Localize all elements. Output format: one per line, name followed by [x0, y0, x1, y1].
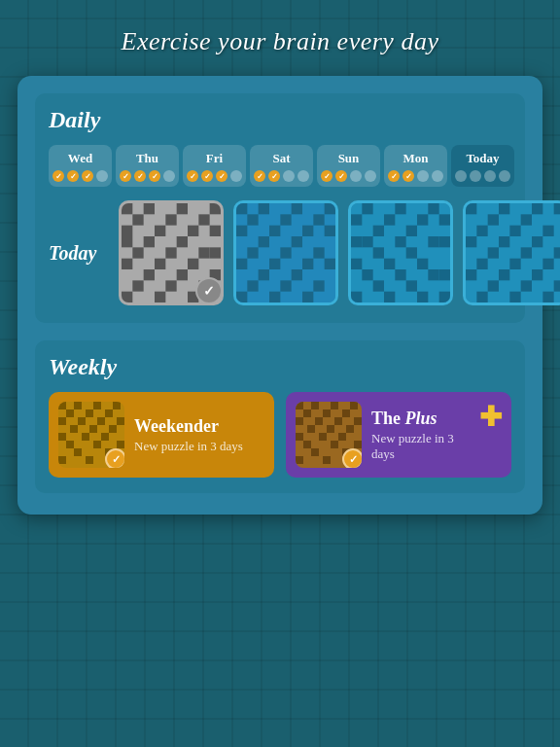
svg-rect-106: [476, 259, 487, 269]
svg-rect-38: [313, 214, 324, 225]
svg-rect-104: [521, 247, 532, 258]
completed-badge: ✓: [195, 277, 223, 304]
svg-rect-149: [303, 409, 311, 417]
dot: [201, 170, 213, 182]
svg-rect-168: [323, 456, 331, 464]
svg-rect-122: [113, 402, 121, 409]
day-tab-sat[interactable]: Sat: [250, 145, 313, 187]
svg-rect-90: [466, 203, 560, 302]
svg-rect-158: [346, 425, 354, 433]
day-tab-wed[interactable]: Wed: [49, 145, 112, 187]
svg-rect-23: [177, 269, 188, 280]
plus-info: The Plus New puzzle in 3 days: [371, 409, 470, 462]
day-label-sun: Sun: [321, 151, 376, 166]
svg-rect-150: [323, 409, 331, 417]
svg-rect-111: [532, 269, 542, 280]
weekender-info: Weekender New puzzle in 3 days: [134, 416, 264, 454]
svg-rect-108: [542, 259, 553, 269]
dot: [254, 170, 265, 182]
weekly-title: Weekly: [49, 354, 511, 380]
svg-rect-94: [554, 203, 560, 214]
svg-rect-119: [58, 402, 66, 409]
svg-rect-28: [122, 292, 132, 302]
svg-rect-48: [236, 259, 247, 269]
svg-rect-76: [406, 247, 417, 258]
day-tab-thu[interactable]: Thu: [116, 145, 179, 187]
svg-rect-4: [210, 203, 221, 214]
svg-rect-53: [292, 269, 302, 280]
plus-icon: ✚: [479, 402, 502, 431]
svg-rect-165: [311, 448, 319, 456]
svg-rect-25: [132, 280, 143, 291]
svg-rect-70: [351, 236, 362, 247]
weekender-item[interactable]: ✓ Weekender New puzzle in 3 days: [49, 392, 274, 478]
svg-rect-95: [488, 214, 499, 225]
svg-rect-75: [373, 247, 384, 258]
svg-rect-84: [373, 280, 384, 291]
svg-rect-82: [428, 269, 438, 280]
svg-rect-138: [117, 441, 124, 448]
svg-rect-92: [499, 203, 509, 214]
svg-rect-164: [354, 441, 362, 448]
svg-rect-137: [93, 441, 101, 448]
svg-rect-54: [247, 280, 258, 291]
svg-rect-35: [325, 203, 335, 214]
dot: [335, 170, 347, 182]
svg-rect-112: [488, 280, 499, 291]
dot: [82, 170, 93, 182]
svg-rect-100: [466, 236, 476, 247]
day-tab-mon[interactable]: Mon: [384, 145, 447, 187]
puzzle-future-3[interactable]: [463, 200, 560, 305]
svg-rect-59: [302, 292, 313, 302]
svg-rect-113: [521, 280, 532, 291]
svg-rect-126: [58, 417, 66, 425]
weekender-thumb: ✓: [58, 402, 124, 468]
svg-rect-93: [532, 203, 542, 214]
svg-rect-64: [351, 214, 362, 225]
day-label-fri: Fri: [187, 151, 242, 166]
svg-rect-39: [236, 226, 247, 236]
dot: [67, 170, 79, 182]
svg-rect-88: [417, 292, 428, 302]
svg-rect-62: [395, 203, 405, 214]
svg-rect-33: [259, 203, 269, 214]
puzzle-future-1[interactable]: [233, 200, 338, 305]
svg-rect-157: [327, 425, 334, 433]
svg-rect-135: [101, 433, 109, 441]
svg-rect-72: [395, 236, 405, 247]
daily-title: Daily: [49, 107, 511, 133]
svg-rect-132: [109, 425, 117, 433]
puzzle-today-current[interactable]: ✓: [119, 200, 224, 305]
svg-rect-101: [499, 236, 509, 247]
svg-rect-167: [296, 456, 303, 464]
puzzle-future-2[interactable]: [348, 200, 453, 305]
svg-rect-152: [296, 417, 303, 425]
svg-rect-99: [542, 226, 553, 236]
dot: [149, 170, 160, 182]
svg-rect-159: [296, 433, 303, 441]
svg-rect-8: [122, 226, 132, 236]
day-label-mon: Mon: [388, 151, 443, 166]
svg-rect-56: [313, 280, 324, 291]
day-label-wed: Wed: [52, 151, 108, 166]
svg-rect-162: [303, 441, 311, 448]
dot: [96, 170, 108, 182]
svg-rect-153: [315, 417, 323, 425]
day-tab-fri[interactable]: Fri: [183, 145, 246, 187]
plus-name: The Plus: [371, 409, 470, 429]
day-tab-today[interactable]: Today: [451, 145, 514, 187]
svg-rect-96: [521, 214, 532, 225]
svg-rect-13: [144, 236, 155, 247]
plus-item[interactable]: ✓ The Plus New puzzle in 3 days ✚: [286, 392, 511, 478]
plus-thumb: ✓: [296, 402, 362, 468]
svg-rect-102: [532, 236, 542, 247]
svg-rect-11: [210, 226, 221, 236]
dot: [298, 170, 309, 182]
svg-rect-121: [93, 402, 101, 409]
svg-rect-115: [476, 292, 487, 302]
svg-rect-124: [86, 409, 93, 417]
day-tab-sun[interactable]: Sun: [317, 145, 380, 187]
svg-rect-103: [488, 247, 499, 258]
dot: [499, 170, 510, 182]
svg-rect-41: [302, 226, 313, 236]
